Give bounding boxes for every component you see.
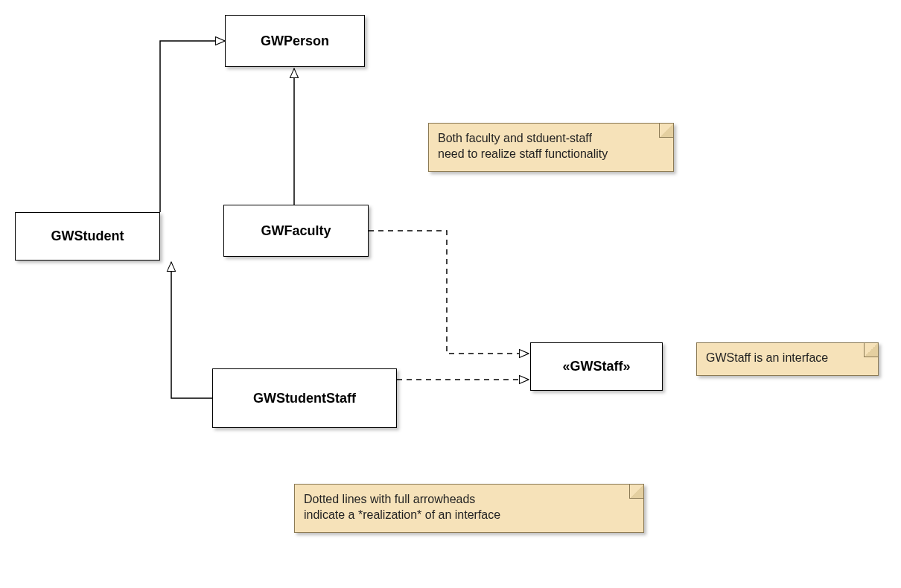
note-fold-icon <box>629 485 643 499</box>
uml-diagram: GWPerson GWStudent GWFaculty GWStudentSt… <box>0 0 901 588</box>
class-gwstaff: «GWStaff» <box>530 342 663 391</box>
edge-studentstaff-to-student <box>171 262 212 398</box>
note-line: GWStaff is an interface <box>706 351 867 366</box>
note-realization-explained: Dotted lines with full arrowheads indica… <box>294 484 644 533</box>
note-line: Dotted lines with full arrowheads <box>304 492 633 508</box>
note-line: need to realize staff functionality <box>438 147 663 162</box>
note-gwstaff-interface: GWStaff is an interface <box>696 342 879 376</box>
class-gwstudentstaff: GWStudentStaff <box>212 368 397 428</box>
note-line: indicate a *realization* of an interface <box>304 508 633 523</box>
note-fold-icon <box>659 124 673 138</box>
class-label: «GWStaff» <box>562 359 630 374</box>
class-gwperson: GWPerson <box>225 15 365 67</box>
class-gwfaculty: GWFaculty <box>223 205 369 257</box>
edge-student-to-person <box>160 41 225 212</box>
note-line: Both faculty and stduent-staff <box>438 131 663 147</box>
class-label: GWPerson <box>261 33 329 49</box>
edge-faculty-to-staff <box>369 231 529 354</box>
class-label: GWStudent <box>51 229 124 244</box>
class-label: GWFaculty <box>261 223 331 239</box>
note-fold-icon <box>864 343 878 357</box>
class-label: GWStudentStaff <box>253 391 356 406</box>
class-gwstudent: GWStudent <box>15 212 160 261</box>
note-staff-functionality: Both faculty and stduent-staff need to r… <box>428 123 674 172</box>
